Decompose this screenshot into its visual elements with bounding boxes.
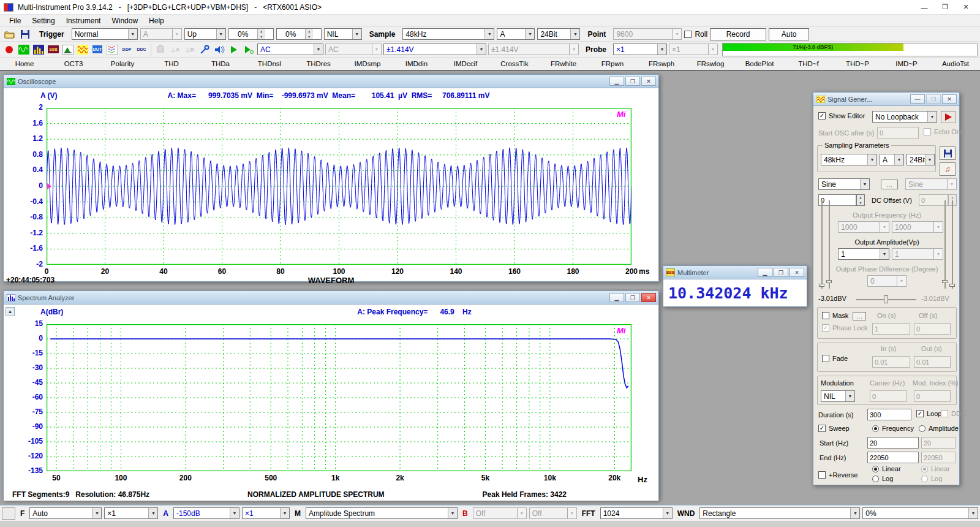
waveform-more-button[interactable]: ... [881, 180, 898, 189]
trigger-edge-select[interactable]: Up▼ [184, 28, 226, 40]
record-icon[interactable] [2, 44, 16, 56]
frequency-mult-select[interactable]: ×1▼ [104, 507, 158, 519]
auto-button[interactable]: Auto [769, 28, 809, 40]
close-button[interactable]: ✕ [641, 293, 656, 302]
tab-crosstlk[interactable]: CrossTlk [490, 58, 539, 70]
record-button[interactable]: Record [710, 28, 766, 40]
tab-frwhite[interactable]: FRwhite [539, 58, 588, 70]
spectrum-titlebar[interactable]: Spectrum Analyzer ▁ ❐ ✕ [4, 291, 658, 305]
tab-oct3[interactable]: OCT3 [49, 58, 98, 70]
trigger-level-spinner[interactable]: 0%▲▼ [228, 28, 274, 40]
fft-size-select[interactable]: 1024▼ [600, 507, 673, 519]
tab-imdsmp[interactable]: IMDsmp [343, 58, 392, 70]
menu-item-instrument[interactable]: Instrument [61, 15, 107, 26]
multimeter-titlebar[interactable]: 888 Multimeter ▁ ❐ ✕ [663, 266, 807, 279]
waveform-a-select[interactable]: Sine▼ [818, 178, 870, 190]
reverse-checkbox[interactable]: +Reverse [818, 471, 858, 479]
menu-item-help[interactable]: Help [143, 15, 170, 26]
siggen-rate-select[interactable]: 48kHz▼ [821, 154, 877, 165]
coupling-a-select[interactable]: AC▼ [257, 44, 323, 55]
close-button[interactable]: ✕ [942, 94, 957, 104]
save-signal-button[interactable] [940, 146, 956, 160]
a-mult-select[interactable]: ×1▼ [242, 507, 290, 519]
amplitude-slider-handle[interactable] [942, 280, 948, 283]
trigger-delay-spinner[interactable]: 0%▲▼ [276, 28, 322, 40]
amplitude-slider-handle[interactable] [949, 284, 955, 287]
close-button[interactable]: ✕ [790, 268, 804, 277]
minimize-button[interactable]: ▁ [758, 268, 772, 277]
ddp-viewer-icon[interactable]: DDP [120, 44, 134, 56]
tab-imd-p[interactable]: IMD~P [882, 58, 931, 70]
tab-home[interactable]: Home [0, 58, 49, 70]
restore-button[interactable]: ❐ [625, 293, 640, 302]
spectrum-plot-area[interactable]: 150-15-30-45-60-75-90-105-120-1355010020… [4, 319, 658, 488]
probe-a-select[interactable]: ×1▼ [613, 44, 667, 55]
scroll-up-button[interactable]: ▲ [6, 307, 15, 316]
tab-frswph[interactable]: FRswph [637, 58, 686, 70]
frequency-axis-select[interactable]: Auto▼ [29, 507, 102, 519]
sample-rate-select[interactable]: 48kHz▼ [402, 28, 494, 40]
spectrum-3d-plot-icon[interactable] [61, 44, 75, 56]
minimize-button[interactable]: — [910, 94, 925, 104]
menu-item-setting[interactable]: Setting [26, 15, 60, 26]
ddc-viewer-icon[interactable]: DDC [135, 44, 148, 56]
app-maximize-button[interactable]: ❐ [935, 2, 956, 13]
amplitude-slider-handle[interactable] [826, 280, 832, 283]
siggen-channel-select[interactable]: A▼ [880, 154, 904, 165]
mode-select[interactable]: Amplitude Spectrum▼ [306, 507, 458, 519]
amplitude-slider-handle[interactable] [819, 284, 824, 287]
close-button[interactable]: ✕ [641, 77, 656, 86]
show-editor-checkbox[interactable]: ✓Show Editor [818, 112, 865, 119]
trigger-mode-select[interactable]: Normal▼ [72, 28, 138, 40]
minimize-button[interactable]: ▁ [609, 77, 624, 86]
modulation-select[interactable]: NIL▼ [821, 390, 855, 402]
tab-frswlog[interactable]: FRswlog [686, 58, 735, 70]
tab-thd-p[interactable]: THD~P [833, 58, 882, 70]
end-a-input[interactable]: 22050 [867, 452, 919, 463]
linear-radio[interactable]: Linear [872, 465, 901, 472]
sweep-amplitude-radio[interactable]: Amplitude [919, 425, 959, 432]
dbv-slider-handle[interactable] [884, 295, 888, 303]
fade-checkbox[interactable]: Fade [822, 355, 848, 362]
restore-button[interactable]: ❐ [625, 77, 640, 86]
sample-channel-select[interactable]: A▼ [497, 28, 535, 40]
overlap-select[interactable]: 0%▼ [862, 507, 978, 519]
run-loop-icon[interactable] [242, 44, 255, 56]
sweep-frequency-radio[interactable]: Frequency [872, 425, 914, 432]
sweep-checkbox[interactable]: ✓Sweep [818, 425, 850, 432]
window-function-select[interactable]: Rectangle▼ [699, 507, 860, 519]
tab-thda[interactable]: THDa [196, 58, 245, 70]
minimize-button[interactable]: ▁ [609, 293, 624, 302]
amplitude-a-select[interactable]: 1▼ [838, 248, 889, 260]
tab-thdnsl[interactable]: THDnsl [245, 58, 294, 70]
oscilloscope-icon[interactable] [17, 44, 31, 56]
tab-polarity[interactable]: Polarity [98, 58, 147, 70]
oscilloscope-titlebar[interactable]: Oscilloscope ▁ ❐ ✕ [4, 75, 658, 88]
restore-button[interactable]: ❐ [774, 268, 788, 277]
tab-imddin[interactable]: IMDdin [392, 58, 441, 70]
mask-checkbox[interactable]: Mask [822, 312, 848, 319]
roll-checkbox[interactable]: Roll [684, 30, 707, 39]
signal-generator-icon[interactable] [76, 44, 89, 56]
tab-thdres[interactable]: THDres [294, 58, 343, 70]
a-range-select[interactable]: -150dB▼ [173, 507, 239, 519]
duration-input[interactable]: 300 [867, 409, 911, 420]
siggen-bits-select[interactable]: 24Bit▼ [907, 154, 935, 165]
tab-frpwn[interactable]: FRpwn [588, 58, 637, 70]
tab-bodeplot[interactable]: BodePlot [735, 58, 784, 70]
start-a-input[interactable]: 20 [867, 437, 919, 449]
menu-item-file[interactable]: File [4, 15, 26, 26]
device-test-plan-icon[interactable]: DUT [91, 44, 104, 56]
dc-offset-a-input[interactable]: 0 [818, 194, 856, 206]
app-close-button[interactable]: ✕ [956, 2, 976, 13]
tab-imdccif[interactable]: IMDccif [441, 58, 490, 70]
tab-thd-f[interactable]: THD~f [784, 58, 833, 70]
loop-checkbox[interactable]: ✓Loop [916, 410, 941, 417]
music-note-button[interactable]: ♫ [940, 162, 956, 176]
oscilloscope-plot-area[interactable]: 21.61.20.80.40-0.4-0.8-1.2-1.6-202040608… [4, 103, 658, 281]
tab-thd[interactable]: THD [147, 58, 196, 70]
bit-depth-select[interactable]: 24Bit▼ [537, 28, 580, 40]
spectrum-analyzer-icon[interactable] [32, 44, 45, 56]
menu-item-window[interactable]: Window [106, 15, 143, 26]
log-radio[interactable]: Log [872, 475, 893, 482]
